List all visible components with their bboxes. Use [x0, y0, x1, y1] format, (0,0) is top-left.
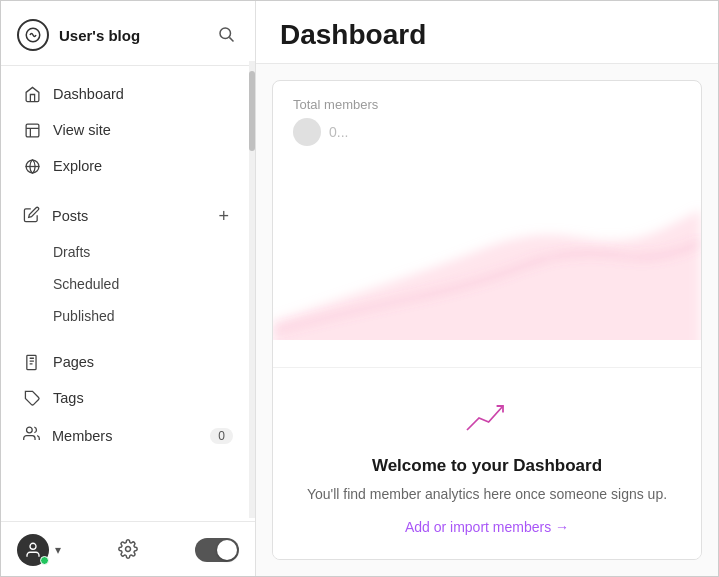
- gear-icon: [118, 539, 138, 559]
- card-value-text: 0...: [329, 124, 348, 140]
- card-value-circle: [293, 118, 321, 146]
- chart-area: Welcome to your Dashboard You'll find me…: [273, 154, 701, 559]
- welcome-icon: [463, 398, 511, 442]
- add-members-link[interactable]: Add or import members →: [405, 519, 569, 535]
- toggle-wrap: [195, 538, 239, 562]
- posts-label: Posts: [52, 208, 88, 224]
- chevron-down-icon: ▾: [55, 543, 61, 557]
- main-content: Dashboard Total members 0...: [256, 1, 718, 576]
- brand-logo: [17, 19, 49, 51]
- sidebar: User's blog Dashboard: [1, 1, 256, 577]
- members-badge: 0: [210, 428, 233, 444]
- user-menu[interactable]: ▾: [17, 534, 61, 566]
- pages-label: Pages: [53, 354, 94, 370]
- logo-icon: [24, 26, 42, 44]
- drafts-label: Drafts: [53, 244, 90, 260]
- tags-icon: [23, 389, 41, 407]
- sidebar-item-viewsite[interactable]: View site: [7, 112, 249, 148]
- sidebar-item-posts[interactable]: Posts +: [7, 196, 249, 236]
- members-icon: [23, 425, 40, 446]
- sidebar-nav: Dashboard View site Explore: [1, 66, 255, 521]
- svg-point-10: [27, 427, 33, 433]
- sidebar-item-pages[interactable]: Pages: [7, 344, 249, 380]
- brand-name: User's blog: [59, 27, 140, 44]
- posts-icon: [23, 206, 40, 227]
- viewsite-label: View site: [53, 122, 111, 138]
- welcome-overlay: Welcome to your Dashboard You'll find me…: [273, 367, 701, 559]
- sidebar-item-scheduled[interactable]: Scheduled: [7, 268, 249, 300]
- avatar-wrap: [17, 534, 49, 566]
- trend-icon: [463, 398, 511, 438]
- sidebar-item-dashboard[interactable]: Dashboard: [7, 76, 249, 112]
- svg-point-11: [30, 543, 36, 549]
- svg-rect-3: [26, 124, 39, 137]
- card-top: Total members 0...: [273, 81, 701, 154]
- viewsite-icon: [23, 121, 41, 139]
- sidebar-item-members[interactable]: Members 0: [7, 416, 249, 455]
- brand-area[interactable]: User's blog: [17, 19, 140, 51]
- explore-label: Explore: [53, 158, 102, 174]
- search-icon: [217, 25, 235, 43]
- card-value-row: 0...: [293, 118, 681, 146]
- dashboard-label: Dashboard: [53, 86, 124, 102]
- sidebar-header: User's blog: [1, 1, 255, 66]
- welcome-title: Welcome to your Dashboard: [372, 456, 602, 476]
- main-body: Total members 0...: [256, 64, 718, 576]
- main-header: Dashboard: [256, 1, 718, 64]
- members-label: Members: [52, 428, 112, 444]
- page-title: Dashboard: [280, 19, 694, 51]
- sidebar-item-explore[interactable]: Explore: [7, 148, 249, 184]
- pages-icon: [23, 353, 41, 371]
- theme-toggle[interactable]: [195, 538, 239, 562]
- svg-point-12: [126, 546, 131, 551]
- sidebar-item-published[interactable]: Published: [7, 300, 249, 332]
- sidebar-item-drafts[interactable]: Drafts: [7, 236, 249, 268]
- online-dot: [40, 556, 49, 565]
- sidebar-footer: ▾: [1, 521, 255, 577]
- user-icon: [24, 541, 42, 559]
- svg-line-2: [229, 37, 233, 41]
- tags-label: Tags: [53, 390, 84, 406]
- dashboard-card: Total members 0...: [272, 80, 702, 560]
- published-label: Published: [53, 308, 115, 324]
- scroll-thumb: [249, 71, 255, 151]
- scroll-track[interactable]: [249, 61, 255, 518]
- svg-point-1: [220, 28, 231, 39]
- scheduled-label: Scheduled: [53, 276, 119, 292]
- explore-icon: [23, 157, 41, 175]
- settings-button[interactable]: [114, 535, 142, 566]
- dashboard-icon: [23, 85, 41, 103]
- svg-rect-8: [26, 355, 35, 369]
- new-post-button[interactable]: +: [214, 205, 233, 227]
- welcome-description: You'll find member analytics here once s…: [307, 484, 667, 505]
- search-button[interactable]: [213, 21, 239, 50]
- sidebar-item-tags[interactable]: Tags: [7, 380, 249, 416]
- card-label: Total members: [293, 97, 681, 112]
- chart-svg: [273, 154, 701, 340]
